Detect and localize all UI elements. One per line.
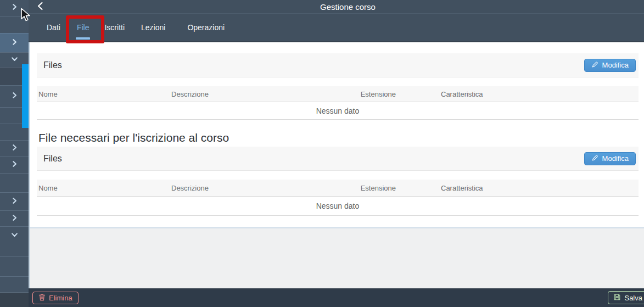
section-heading: File necessari per l'iscrizione al corso bbox=[38, 131, 639, 144]
sidebar-item[interactable] bbox=[0, 16, 29, 33]
column-header-descrizione: Descrizione bbox=[171, 90, 355, 98]
chevron-right-icon bbox=[10, 3, 19, 13]
modifica-enrollment-files-button[interactable]: Modifica bbox=[584, 152, 636, 165]
files-table: Nome Descrizione Estensione Caratteristi… bbox=[37, 86, 639, 120]
pencil-icon bbox=[591, 61, 598, 70]
sidebar-item-expanded[interactable] bbox=[0, 226, 29, 256]
chevron-right-icon bbox=[10, 143, 19, 154]
pencil-icon bbox=[591, 154, 598, 163]
chevron-right-icon bbox=[10, 197, 19, 207]
column-header-estensione: Estensione bbox=[355, 90, 396, 98]
tab-lezioni[interactable]: Lezioni bbox=[141, 14, 165, 41]
empty-background-area bbox=[29, 228, 644, 288]
enrollment-files-panel-title: Files bbox=[43, 154, 62, 164]
column-header-nome: Nome bbox=[37, 184, 171, 192]
chevron-right-icon bbox=[10, 38, 19, 48]
enrollment-files-panel-toolbar: Files Modifica bbox=[37, 147, 639, 171]
trash-icon bbox=[38, 293, 46, 303]
salva-button[interactable]: Salva bbox=[608, 291, 644, 304]
sidebar-item bbox=[0, 292, 29, 307]
chevron-right-icon bbox=[10, 160, 19, 170]
column-header-estensione: Estensione bbox=[355, 184, 396, 192]
files-table-empty-row: Nessun dato bbox=[37, 102, 639, 120]
enrollment-files-table: Nome Descrizione Estensione Caratteristi… bbox=[37, 180, 639, 216]
enrollment-files-table-header: Nome Descrizione Estensione Caratteristi… bbox=[37, 180, 639, 197]
modifica-files-button[interactable]: Modifica bbox=[584, 59, 636, 72]
chevron-right-icon bbox=[10, 91, 19, 102]
tab-file[interactable]: File bbox=[77, 14, 89, 41]
left-nav-rail bbox=[0, 0, 29, 307]
sidebar-item[interactable] bbox=[0, 192, 29, 210]
chevron-right-icon bbox=[10, 214, 19, 224]
files-panel-title: Files bbox=[43, 60, 62, 70]
tab-strip: Dati File Iscritti Lezioni Operazioni bbox=[29, 13, 644, 42]
main-area: Gestione corso Dati File Iscritti Lezion… bbox=[29, 0, 644, 307]
enrollment-files-table-empty-row: Nessun dato bbox=[37, 197, 639, 216]
column-header-caratteristica: Caratteristica bbox=[396, 184, 639, 192]
sidebar-item[interactable] bbox=[0, 157, 29, 173]
sidebar-item[interactable] bbox=[0, 0, 29, 16]
chevron-down-icon bbox=[10, 231, 19, 241]
files-panel-toolbar: Files Modifica bbox=[37, 53, 639, 77]
application-window: Gestione corso Dati File Iscritti Lezion… bbox=[0, 0, 644, 307]
content-area: Files Modifica Nome Descrizione Estensio… bbox=[29, 42, 644, 227]
column-header-descrizione: Descrizione bbox=[171, 184, 355, 192]
page-header: Gestione corso bbox=[29, 0, 644, 13]
sidebar-item[interactable] bbox=[0, 276, 29, 292]
sidebar-item[interactable] bbox=[0, 173, 29, 192]
sidebar-item-selected[interactable] bbox=[0, 33, 29, 52]
chevron-down-icon bbox=[10, 55, 19, 65]
save-floppy-icon bbox=[613, 293, 621, 303]
footer-action-bar: Elimina Salva bbox=[29, 288, 644, 307]
sidebar-item[interactable] bbox=[0, 256, 29, 276]
back-button[interactable] bbox=[34, 1, 46, 12]
sidebar-item[interactable] bbox=[0, 140, 29, 157]
tab-dati[interactable]: Dati bbox=[47, 14, 60, 41]
column-header-caratteristica: Caratteristica bbox=[396, 90, 639, 98]
column-header-nome: Nome bbox=[37, 90, 171, 98]
tab-operazioni[interactable]: Operazioni bbox=[187, 14, 225, 41]
back-chevron-icon bbox=[36, 2, 44, 12]
tab-iscritti[interactable]: Iscritti bbox=[104, 14, 125, 41]
sidebar-item[interactable] bbox=[0, 210, 29, 226]
page-title: Gestione corso bbox=[29, 2, 644, 12]
elimina-button[interactable]: Elimina bbox=[32, 292, 79, 304]
files-table-header: Nome Descrizione Estensione Caratteristi… bbox=[37, 86, 639, 102]
